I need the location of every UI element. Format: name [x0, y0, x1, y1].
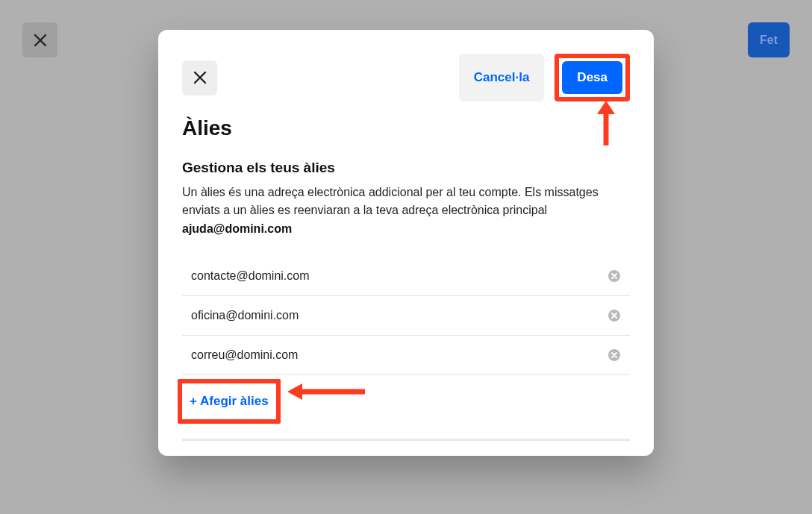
- close-icon: [193, 71, 207, 84]
- modal-title: Àlies: [158, 116, 654, 140]
- modal-description: Un àlies és una adreça electrònica addic…: [158, 184, 654, 219]
- modal-header: Cancel·la Desa: [158, 54, 654, 101]
- alias-email: contacte@domini.com: [191, 269, 310, 283]
- save-button-highlight: Desa: [555, 54, 630, 101]
- save-button[interactable]: Desa: [562, 61, 622, 94]
- add-alias-highlight: + Afegir àlies: [178, 379, 281, 424]
- remove-alias-button[interactable]: [608, 309, 621, 322]
- remove-icon: [608, 349, 620, 361]
- alias-email: correu@domini.com: [191, 348, 298, 362]
- background-close-button: [22, 22, 57, 57]
- close-icon: [34, 34, 47, 47]
- alias-item: contacte@domini.com: [182, 257, 630, 296]
- alias-item: correu@domini.com: [182, 336, 630, 375]
- remove-alias-button[interactable]: [608, 269, 621, 283]
- modal-close-button[interactable]: [182, 60, 217, 95]
- remove-icon: [608, 310, 620, 322]
- remove-icon: [608, 270, 620, 282]
- divider: [182, 439, 630, 441]
- main-email: ajuda@domini.com: [158, 222, 654, 236]
- alias-modal: Cancel·la Desa Àlies Gestiona els teus à…: [158, 30, 654, 456]
- cancel-button[interactable]: Cancel·la: [459, 54, 545, 101]
- background-done-button: Fet: [748, 22, 790, 57]
- remove-alias-button[interactable]: [608, 348, 621, 362]
- modal-subtitle: Gestiona els teus àlies: [158, 160, 654, 176]
- add-alias-button[interactable]: + Afegir àlies: [190, 394, 269, 409]
- alias-item: oficina@domini.com: [182, 296, 630, 336]
- alias-list: contacte@domini.com oficina@domini.com c…: [158, 257, 654, 375]
- background-done-label: Fet: [760, 34, 778, 47]
- alias-email: oficina@domini.com: [191, 309, 299, 322]
- add-alias-row: + Afegir àlies: [158, 375, 654, 424]
- modal-actions: Cancel·la Desa: [459, 54, 630, 101]
